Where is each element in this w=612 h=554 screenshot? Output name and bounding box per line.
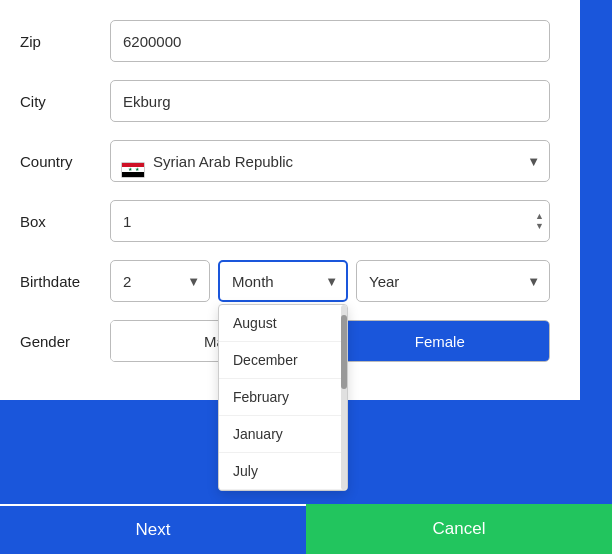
- city-input[interactable]: [110, 80, 550, 122]
- birthdate-label: Birthdate: [20, 273, 110, 290]
- birthdate-row: Birthdate 2 ▼ Month January February Aug…: [20, 260, 550, 302]
- zip-label: Zip: [20, 33, 110, 50]
- zip-row: Zip: [20, 20, 550, 62]
- box-up-arrow[interactable]: ▲: [535, 212, 544, 221]
- box-spinner-wrapper: ▲ ▼: [110, 200, 550, 242]
- birth-year-select[interactable]: Year: [356, 260, 550, 302]
- city-row: City: [20, 80, 550, 122]
- next-button[interactable]: Next: [0, 504, 306, 554]
- syria-flag-icon: ★ ★: [121, 153, 145, 169]
- footer: Next Cancel: [0, 504, 612, 554]
- birthdate-group: 2 ▼ Month January February August Decemb…: [110, 260, 550, 302]
- country-row: Country ★ ★ Syrian Arab Republic ▼: [20, 140, 550, 182]
- country-select-wrapper: ★ ★ Syrian Arab Republic ▼: [110, 140, 550, 182]
- dropdown-scrollbar-thumb: [341, 315, 347, 389]
- birth-day-select[interactable]: 2: [110, 260, 210, 302]
- month-option-july[interactable]: July: [219, 453, 347, 490]
- month-option-august[interactable]: August: [219, 305, 347, 342]
- birth-year-wrapper: Year ▼: [356, 260, 550, 302]
- month-dropdown: August December February January July: [218, 304, 348, 491]
- cancel-button[interactable]: Cancel: [306, 504, 612, 554]
- month-option-february[interactable]: February: [219, 379, 347, 416]
- gender-female-button[interactable]: Female: [331, 321, 550, 361]
- box-spinner-arrows: ▲ ▼: [535, 212, 544, 231]
- box-input[interactable]: [110, 200, 550, 242]
- month-option-december[interactable]: December: [219, 342, 347, 379]
- country-select[interactable]: ★ ★ Syrian Arab Republic: [110, 140, 550, 182]
- month-option-january[interactable]: January: [219, 416, 347, 453]
- city-label: City: [20, 93, 110, 110]
- form-container: Zip City Country ★ ★ S: [0, 0, 580, 400]
- gender-label: Gender: [20, 333, 110, 350]
- country-value: Syrian Arab Republic: [153, 153, 293, 170]
- zip-input[interactable]: [110, 20, 550, 62]
- birth-month-wrapper: Month January February August December J…: [218, 260, 348, 302]
- box-label: Box: [20, 213, 110, 230]
- box-down-arrow[interactable]: ▼: [535, 222, 544, 231]
- box-row: Box ▲ ▼: [20, 200, 550, 242]
- birth-day-wrapper: 2 ▼: [110, 260, 210, 302]
- birth-month-select[interactable]: Month January February August December J…: [218, 260, 348, 302]
- country-label: Country: [20, 153, 110, 170]
- dropdown-scrollbar[interactable]: [341, 305, 347, 490]
